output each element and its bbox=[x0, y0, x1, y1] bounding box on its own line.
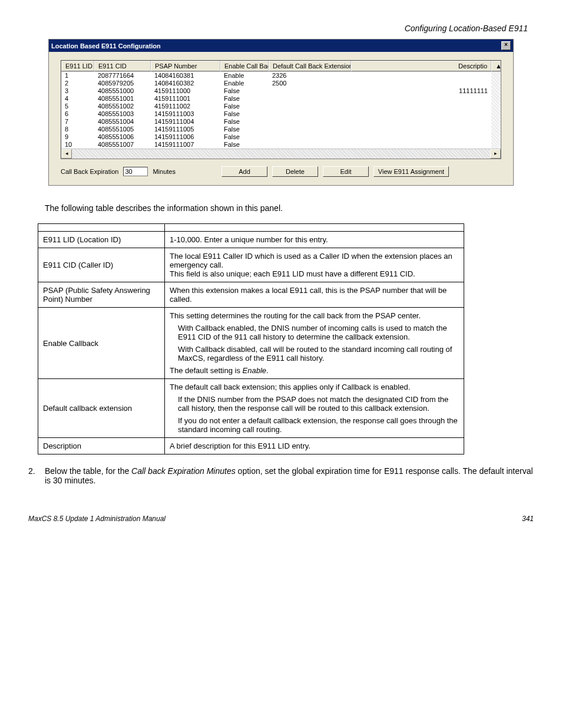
sort-icon[interactable]: ▲ bbox=[491, 61, 501, 71]
scroll-right-icon[interactable]: ▸ bbox=[490, 149, 501, 159]
list-cell: False bbox=[220, 87, 269, 95]
list-cell: False bbox=[220, 141, 269, 149]
list-cell: 4085551005 bbox=[94, 126, 151, 133]
delete-button[interactable]: Delete bbox=[272, 166, 318, 177]
list-cell: 5 bbox=[61, 103, 94, 110]
list-cell bbox=[351, 118, 501, 126]
table-row[interactable]: 8408555100514159111005False bbox=[61, 126, 501, 133]
list-cell: 4159111000 bbox=[151, 87, 220, 95]
table-row[interactable]: 1208777166414084160381Enable2326 bbox=[61, 72, 501, 80]
desc-row-text: The local E911 Caller ID which is used a… bbox=[165, 248, 464, 282]
list-cell bbox=[269, 110, 351, 118]
desc-row-text: 1-10,000. Enter a unique number for this… bbox=[165, 232, 464, 248]
list-cell bbox=[269, 118, 351, 126]
list-cell: 14159111003 bbox=[151, 110, 220, 118]
list-cell: Enable bbox=[220, 80, 269, 87]
list-cell: 4085551006 bbox=[94, 133, 151, 141]
list-cell: False bbox=[220, 118, 269, 126]
list-cell bbox=[269, 126, 351, 133]
list-cell: 3 bbox=[61, 87, 94, 95]
edit-button[interactable]: Edit bbox=[323, 166, 369, 177]
list-cell: Enable bbox=[220, 72, 269, 80]
callback-expiration-input[interactable] bbox=[123, 167, 148, 176]
table-row[interactable]: 9408555100614159111006False bbox=[61, 133, 501, 141]
list-cell: 4 bbox=[61, 95, 94, 103]
scroll-track[interactable] bbox=[72, 149, 490, 159]
list-cell: 14159111004 bbox=[151, 118, 220, 126]
list-cell: 14084160381 bbox=[151, 72, 220, 80]
scroll-left-icon[interactable]: ◂ bbox=[61, 149, 72, 159]
list-cell: 7 bbox=[61, 118, 94, 126]
list-cell: 4085979205 bbox=[94, 80, 151, 87]
desc-row-text: The default call back extension; this ap… bbox=[165, 379, 464, 438]
listview-header: E911 LID E911 CID PSAP Number Enable Cal… bbox=[61, 61, 501, 72]
list-cell: 2 bbox=[61, 80, 94, 87]
list-cell: 4159111002 bbox=[151, 103, 220, 110]
list-cell: 4085551007 bbox=[94, 141, 151, 149]
list-cell: 4085551001 bbox=[94, 95, 151, 103]
list-cell bbox=[269, 95, 351, 103]
minutes-label: Minutes bbox=[153, 168, 176, 175]
col-header-enable-callback[interactable]: Enable Call Back bbox=[220, 61, 269, 71]
table-row[interactable]: 540855510024159111002False bbox=[61, 103, 501, 110]
list-cell bbox=[351, 133, 501, 141]
field-description-table: E911 LID (Location ID) 1-10,000. Enter a… bbox=[38, 223, 464, 454]
list-cell: False bbox=[220, 126, 269, 133]
list-cell: 4085551000 bbox=[94, 87, 151, 95]
list-cell: 11111111 bbox=[351, 87, 501, 95]
view-e911-assignment-button[interactable]: View E911 Assignment bbox=[373, 166, 449, 177]
desc-row-label: Default callback extension bbox=[38, 379, 165, 438]
desc-row-label: Enable Callback bbox=[38, 308, 165, 379]
list-cell bbox=[351, 126, 501, 133]
listview-body[interactable]: 1208777166414084160381Enable232624085979… bbox=[61, 72, 501, 149]
list-cell bbox=[269, 87, 351, 95]
footer-doc-title: MaxCS 8.5 Update 1 Administration Manual bbox=[28, 515, 166, 523]
vertical-scroll-track[interactable] bbox=[491, 72, 501, 149]
list-cell bbox=[351, 110, 501, 118]
list-cell bbox=[269, 133, 351, 141]
table-row[interactable]: 10408555100714159111007False bbox=[61, 141, 501, 149]
desc-row-label: E911 LID (Location ID) bbox=[38, 232, 165, 248]
list-cell: False bbox=[220, 110, 269, 118]
desc-row-text: When this extension makes a local E911 c… bbox=[165, 282, 464, 308]
list-cell: 2326 bbox=[269, 72, 351, 80]
col-header-lid[interactable]: E911 LID bbox=[61, 61, 94, 71]
list-cell: 2087771664 bbox=[94, 72, 151, 80]
col-header-psap[interactable]: PSAP Number bbox=[151, 61, 220, 71]
table-row[interactable]: 2408597920514084160382Enable2500 bbox=[61, 80, 501, 87]
list-cell: False bbox=[220, 103, 269, 110]
list-cell: 4085551003 bbox=[94, 110, 151, 118]
list-cell: 14159111005 bbox=[151, 126, 220, 133]
list-cell: 14159111006 bbox=[151, 133, 220, 141]
table-row[interactable]: 6408555100314159111003False bbox=[61, 110, 501, 118]
col-header-description[interactable]: Descriptio bbox=[351, 61, 491, 71]
col-header-cid[interactable]: E911 CID bbox=[94, 61, 151, 71]
col-header-default-cbe[interactable]: Default Call Back Extension bbox=[269, 61, 351, 71]
callback-expiration-label: Call Back Expiration bbox=[61, 168, 118, 175]
list-cell bbox=[351, 80, 501, 87]
table-row[interactable]: 7408555100414159111004False bbox=[61, 118, 501, 126]
desc-row-text: A brief description for this E911 LID en… bbox=[165, 438, 464, 454]
table-row[interactable]: 340855510004159111000False11111111 bbox=[61, 87, 501, 95]
desc-row-label: PSAP (Public Safety Answering Point) Num… bbox=[38, 282, 165, 308]
list-cell: 10 bbox=[61, 141, 94, 149]
close-icon[interactable]: × bbox=[501, 41, 511, 50]
list-cell bbox=[351, 103, 501, 110]
list-cell bbox=[269, 141, 351, 149]
table-row[interactable]: 440855510014159111001False bbox=[61, 95, 501, 103]
horizontal-scrollbar[interactable]: ◂ ▸ bbox=[61, 149, 501, 159]
list-cell bbox=[351, 141, 501, 149]
list-cell bbox=[351, 95, 501, 103]
list-cell: 1 bbox=[61, 72, 94, 80]
narrative-intro: The following table describes the inform… bbox=[45, 203, 534, 213]
list-cell: 4159111001 bbox=[151, 95, 220, 103]
e911-listview[interactable]: E911 LID E911 CID PSAP Number Enable Cal… bbox=[61, 60, 501, 159]
list-cell: 8 bbox=[61, 126, 94, 133]
page-footer: MaxCS 8.5 Update 1 Administration Manual… bbox=[28, 515, 534, 523]
list-cell: 6 bbox=[61, 110, 94, 118]
page-header-right: Configuring Location-Based E911 bbox=[28, 24, 528, 33]
desc-row-label: E911 CID (Caller ID) bbox=[38, 248, 165, 282]
list-cell: False bbox=[220, 95, 269, 103]
add-button[interactable]: Add bbox=[222, 166, 267, 177]
list-cell bbox=[351, 72, 501, 80]
